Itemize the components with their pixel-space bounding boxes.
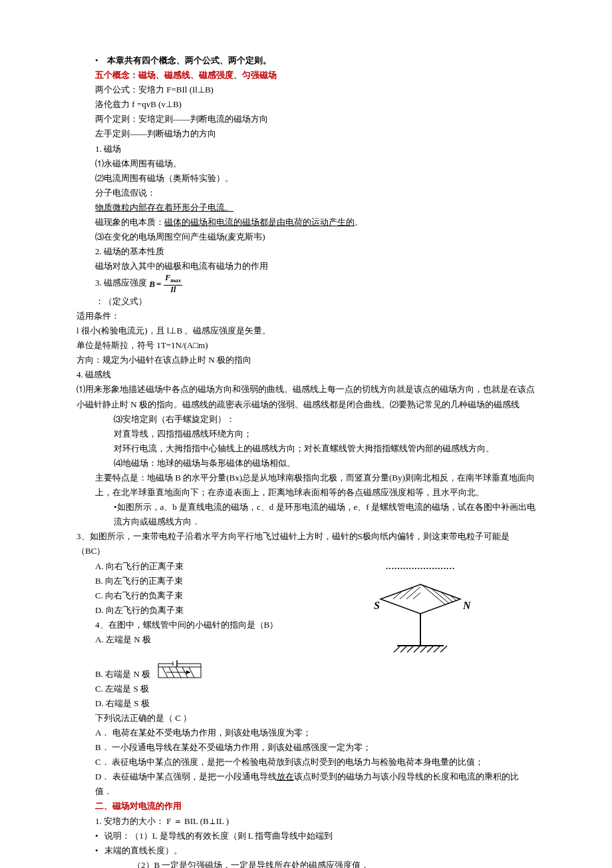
q5-option-b: B． 一小段通电导线在某处不受磁场力作用，则该处磁感强度一定为零； (95, 740, 536, 755)
q3-figure-caption: …………………… (386, 559, 455, 574)
q3-option-c: C. 向右飞行的负离子束 (95, 588, 278, 603)
q4-option-d: D. 右端是 S 极 (95, 696, 536, 711)
q5-stem: 下列说法正确的是（ C ） (95, 711, 536, 726)
formula-eq: = (156, 277, 161, 292)
sec1-p1: ⑴永磁体周围有磁场。 (95, 156, 536, 171)
svg-line-9 (374, 579, 424, 616)
q5-d-a: D． 表征磁场中某点强弱，是把一小段通电导线 (95, 771, 277, 781)
q5-option-a: A． 电荷在某处不受电场力作用，则该处电场强度为零； (95, 726, 536, 740)
q3-figure: …………………… S N (278, 559, 536, 659)
section2-l1: 1. 安培力的大小： F ＝ BIL (B⊥IL ) (95, 814, 536, 829)
cond-title: 适用条件： (76, 309, 536, 324)
section2-l4: （2）B 一定是匀强磁场，一定是导线所在处的磁感应强度值． (132, 858, 536, 868)
q5-option-d: D． 表征磁场中某点强弱，是把一小段通电导线放在该点时受到的磁场力与该小段导线的… (95, 769, 536, 799)
compass-s-label: S (374, 600, 380, 611)
sec1-p5b: 磁体的磁场和电流的磁场都是由电荷的运动产生的 (164, 217, 355, 227)
sec4-p6: 主要特点是：地磁场 B 的水平分量(Bx)总是从地球南极指向北极，而竖直分量(B… (95, 471, 536, 500)
section2-l3: • 末端的直线长度）。 (95, 843, 536, 858)
compass-diagram-icon: S N (361, 579, 480, 659)
sec1-p2: ⑵电流周围有磁场（奥斯特实验）。 (95, 171, 536, 186)
q4-option-b: B. 右端是 N 极 (95, 667, 150, 682)
svg-line-19 (420, 646, 427, 652)
sec3-def: ：（定义式） (95, 294, 536, 309)
q3-stem: 3、如图所示，一束带电粒子沿着水平方向平行地飞过磁针上方时，磁针的S极向纸内偏转… (76, 529, 536, 558)
line-rules1: 两个定则：安培定则——判断电流的磁场方向 (95, 112, 536, 126)
formula-den: Il (169, 286, 177, 294)
svg-marker-0 (381, 584, 460, 614)
q4-option-b-row: B. 右端是 N 极 (95, 659, 536, 682)
q4-option-c: C. 左端是 S 极 (95, 682, 536, 696)
line-rules2: 左手定则——判断磁场力的方向 (95, 126, 536, 141)
q3-options: A. 向右飞行的正离子束 B. 向左飞行的正离子束 C. 向右飞行的负离子束 D… (95, 559, 278, 648)
solenoid-diagram-icon (153, 659, 206, 682)
q4-stem: 4、在图中，螺线管中间的小磁针的指向是（B） (95, 618, 278, 632)
svg-line-22 (440, 646, 447, 652)
chapter-header-line: • 本章共有四个概念、两个公式、两个定则。 (95, 53, 536, 68)
formula-num: Fmax (164, 274, 182, 285)
section2-l2-text: 说明：（1）L 是导线的有效长度（则 L 指弯曲导线中始端到 (104, 831, 333, 841)
section2-l3-text: 末端的直线长度）。 (104, 845, 182, 855)
svg-line-17 (407, 646, 414, 652)
line-formula1: 两个公式：安培力 F=BIl (Il⊥B) (95, 83, 536, 97)
formula-lhs: B (149, 277, 155, 292)
svg-line-16 (400, 646, 407, 652)
sec1-p4: 物质微粒内部存在着环形分子电流。 (95, 200, 536, 215)
q3-option-d: D. 向左飞行的负离子束 (95, 603, 278, 618)
formula-B: B = Fmax Il (149, 274, 182, 294)
sec4-p2: ⑶安培定则（右手螺旋定则）： (114, 412, 536, 427)
sec4-p1: ⑴用来形象地描述磁场中各点的磁场方向和强弱的曲线。磁感线上每一点的切线方向就是该… (76, 382, 536, 411)
sec4-p3: 对直导线，四指指磁感线环绕方向； (114, 427, 536, 441)
cond-l1: l 很小(检验电流元)，且 l⊥B 。磁感应强度是矢量。 (76, 324, 536, 338)
svg-line-20 (427, 646, 434, 652)
q3-option-b: B. 向左飞行的正离子束 (95, 574, 278, 588)
bullet: • (95, 55, 98, 65)
q3-option-a: A. 向右飞行的正离子束 (95, 559, 278, 574)
svg-marker-36 (186, 670, 190, 674)
sec1-p5a: 磁现象的电本质： (95, 217, 164, 227)
section2-l2: • 说明：（1）L 是导线的有效长度（则 L 指弯曲导线中始端到 (95, 829, 536, 843)
five-concepts: 五个概念：磁场、磁感线、磁感强度、匀强磁场 (95, 68, 536, 83)
sec3-title: 3. 磁感应强度 B = Fmax Il (95, 274, 536, 294)
svg-line-5 (436, 579, 480, 616)
cond-l2: 单位是特斯拉，符号 1T=1N/(A□m) (76, 338, 536, 353)
q4-option-a: A. 左端是 N 极 (95, 632, 278, 647)
svg-line-10 (381, 579, 430, 616)
sec1-p3: 分子电流假说： (95, 186, 536, 200)
sec4-title: 4. 磁感线 (76, 367, 536, 382)
sec2-title: 2. 磁场的基本性质 (95, 244, 536, 259)
sec1-p5: 磁现象的电本质：磁体的磁场和电流的磁场都是由电荷的运动产生的。 (95, 215, 536, 230)
sec1-p6: ⑶在变化的电场周围空间产生磁场(麦克斯韦) (95, 230, 536, 244)
sec2-p1: 磁场对放入其中的磁极和电流有磁场力的作用 (95, 259, 536, 274)
sec1-p5c: 。 (355, 217, 363, 227)
svg-line-18 (414, 646, 420, 652)
q5-option-c: C． 表征电场中某点的强度，是把一个检验电荷放到该点时受到的电场力与检验电荷本身… (95, 755, 536, 769)
chapter-title: 本章共有四个概念、两个公式、两个定则。 (107, 55, 271, 65)
sec4-p7: •如图所示，a、b 是直线电流的磁场，c、d 是环形电流的磁场，e、f 是螺线管… (114, 500, 536, 529)
compass-n-label: N (462, 600, 472, 611)
sec4-p4: 对环行电流，大拇指指中心轴线上的磁感线方向；对长直螺线管大拇指指螺线管内部的磁感… (114, 441, 536, 456)
cond-l3: 方向：规定为小磁针在该点静止时 N 极的指向 (76, 353, 536, 367)
line-formula2: 洛伦兹力 f =qvB (v⊥B) (95, 97, 536, 112)
formula-sub: max (170, 278, 181, 284)
formula-frac: Fmax Il (164, 274, 182, 294)
svg-line-15 (394, 646, 400, 652)
section2-title: 二、磁场对电流的作用 (95, 799, 536, 813)
q5-d-u: 放在 (277, 771, 294, 781)
sec3-label: 3. 磁感应强度 (95, 278, 147, 288)
svg-line-21 (434, 646, 440, 652)
sec1-title: 1. 磁场 (95, 142, 536, 156)
sec4-p5: ⑷地磁场：地球的磁场与条形磁体的磁场相似。 (114, 456, 536, 471)
